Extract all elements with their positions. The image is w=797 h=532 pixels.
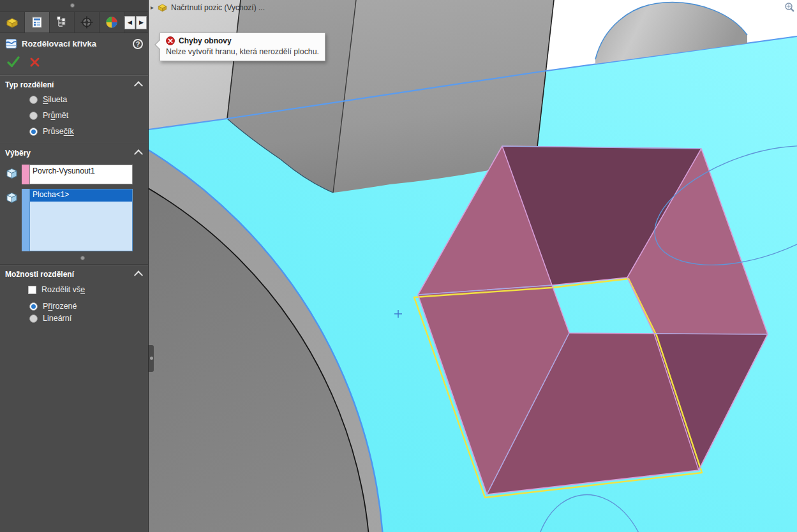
tab-configurations[interactable]	[50, 12, 75, 33]
selection-field-faces: Plocha<1>	[5, 189, 148, 251]
configurations-icon	[56, 16, 68, 29]
tab-scroll-right-button[interactable]: ▶	[136, 16, 147, 29]
rebuild-error-tooltip: Chyby obnovy Nelze vytvořit hranu, která…	[160, 33, 325, 61]
target-icon	[80, 15, 94, 29]
section-split-options-header[interactable]: Možnosti rozdělení	[0, 265, 148, 283]
radio-selected-icon[interactable]	[29, 302, 38, 311]
feature-header: Rozdělovací křivka ?	[0, 33, 148, 53]
radio-icon[interactable]	[29, 112, 38, 120]
radio-selected-icon[interactable]	[29, 128, 38, 136]
property-manager-icon	[31, 16, 43, 29]
collapse-chevron-icon[interactable]	[134, 81, 143, 90]
feature-title: Rozdělovací křivka	[22, 39, 128, 48]
breadcrumb[interactable]: ▸ Načrtnutí pozic (Vychozí) ...	[151, 2, 265, 13]
radio-prumet[interactable]: Průmět	[29, 111, 148, 120]
handle-grip-icon	[150, 357, 153, 360]
confirm-bar	[0, 53, 148, 75]
tab-scroll-buttons: ◀ ▶	[124, 12, 148, 33]
panel-collapse-handle[interactable]	[149, 345, 154, 372]
radio-silueta[interactable]: Silueta	[29, 95, 148, 104]
tab-features-tree[interactable]	[0, 12, 25, 33]
section-selections-header[interactable]: Výběry	[0, 144, 148, 161]
property-manager-panel: ◀ ▶ Rozdělovací křivka ? Typ rozděle	[0, 0, 149, 532]
app-window: ◀ ▶ Rozdělovací křivka ? Typ rozděle	[0, 0, 797, 532]
cube-icon	[5, 189, 22, 207]
radio-icon[interactable]	[29, 96, 38, 104]
radio-label: Průsečík	[43, 127, 74, 136]
collapse-chevron-icon[interactable]	[134, 149, 143, 158]
part-icon	[157, 2, 168, 13]
help-icon[interactable]: ?	[133, 39, 143, 49]
graphics-viewport[interactable]: ▸ Načrtnutí pozic (Vychozí) ... Chyby ob…	[149, 0, 797, 532]
tab-display-manager[interactable]	[100, 12, 124, 33]
listbox-resize-grip[interactable]	[80, 256, 85, 260]
magnifier-icon[interactable]	[784, 2, 795, 15]
error-icon	[166, 36, 175, 45]
selection-field-surface: Povrch-Vysunout1	[5, 165, 148, 184]
radio-icon[interactable]	[29, 314, 38, 323]
checkbox-icon[interactable]	[28, 286, 36, 294]
scene-3d	[149, 0, 797, 532]
collapse-chevron-icon[interactable]	[134, 270, 143, 279]
radio-label: Průmět	[43, 111, 68, 120]
part-icon	[5, 15, 19, 29]
radio-label: Přirozené	[43, 302, 77, 311]
selection-color-bar	[22, 165, 29, 184]
tab-scroll-left-button[interactable]: ◀	[124, 16, 135, 29]
selection-color-bar	[22, 189, 29, 251]
cube-icon	[5, 165, 22, 182]
tooltip-title: Chyby obnovy	[179, 36, 232, 45]
checkbox-split-all[interactable]: Rozdělit vše	[28, 285, 148, 294]
far-gray-surface[interactable]	[149, 0, 241, 129]
panel-tab-bar: ◀ ▶	[0, 12, 148, 33]
cancel-button[interactable]	[29, 57, 40, 68]
selection-listbox-faces[interactable]: Plocha<1>	[29, 189, 133, 251]
radio-prusecik[interactable]: Průsečík	[29, 127, 148, 136]
section-title: Typ rozdělení	[5, 80, 54, 89]
ok-button[interactable]	[6, 55, 20, 68]
radio-linearni[interactable]: Lineární	[29, 314, 148, 323]
flyout-arrow-icon[interactable]: ▸	[151, 4, 154, 11]
tab-property-manager[interactable]	[25, 12, 50, 33]
section-title: Výběry	[5, 149, 31, 158]
selection-input-surface[interactable]: Povrch-Vysunout1	[29, 165, 133, 184]
radio-prirozene[interactable]: Přirozené	[29, 302, 148, 311]
breadcrumb-label[interactable]: Načrtnutí pozic (Vychozí) ...	[171, 3, 265, 12]
section-split-type-header[interactable]: Typ rozdělení	[0, 76, 148, 93]
color-ball-icon	[105, 15, 119, 29]
radio-label: Silueta	[43, 95, 67, 104]
checkbox-label: Rozdělit vše	[41, 285, 85, 294]
radio-label: Lineární	[43, 314, 71, 323]
section-title: Možnosti rozdělení	[5, 270, 74, 279]
panel-top-splitter[interactable]	[0, 0, 148, 12]
selected-list-item[interactable]: Plocha<1>	[30, 189, 132, 202]
tooltip-message: Nelze vytvořit hranu, která nerozdělí pl…	[166, 47, 319, 56]
tab-dimxpert[interactable]	[75, 12, 100, 33]
split-line-icon	[5, 38, 17, 50]
splitter-grip-icon[interactable]	[70, 3, 75, 8]
